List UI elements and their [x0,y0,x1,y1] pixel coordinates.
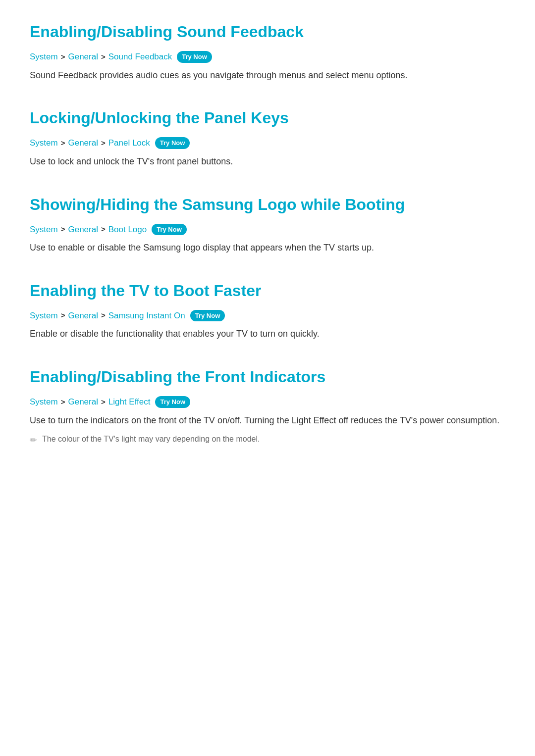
breadcrumb-separator: > [101,51,106,63]
breadcrumb-item-2[interactable]: Light Effect [108,396,151,408]
section-title-front-indicators: Enabling/Disabling the Front Indicators [30,365,505,389]
breadcrumb-item-2[interactable]: Boot Logo [108,223,147,236]
section-note-front-indicators: ✏The colour of the TV's light may vary d… [30,433,505,447]
breadcrumb-separator: > [61,224,65,235]
breadcrumb-item-2[interactable]: Samsung Instant On [108,309,185,322]
breadcrumb-separator: > [61,138,65,149]
breadcrumb-item-2[interactable]: Sound Feedback [108,50,172,63]
breadcrumb-item-1[interactable]: General [68,309,98,322]
section-body-panel-lock: Use to lock and unlock the TV's front pa… [30,154,505,169]
section-title-boot-faster: Enabling the TV to Boot Faster [30,279,505,302]
section-body-boot-logo: Use to enable or disable the Samsung log… [30,241,505,255]
section-title-boot-logo: Showing/Hiding the Samsung Logo while Bo… [30,193,505,216]
breadcrumb-separator: > [101,224,106,235]
page-content: Enabling/Disabling Sound FeedbackSystem … [30,20,505,447]
section-front-indicators: Enabling/Disabling the Front IndicatorsS… [30,365,505,447]
section-body-front-indicators: Use to turn the indicators on the front … [30,413,505,428]
breadcrumb-item-0[interactable]: System [30,396,58,408]
breadcrumb-front-indicators: System > General > Light EffectTry Now [30,396,505,408]
breadcrumb-separator: > [101,138,106,149]
breadcrumb-panel-lock: System > General > Panel LockTry Now [30,137,505,150]
breadcrumb-item-1[interactable]: General [68,50,98,63]
breadcrumb-item-1[interactable]: General [68,396,98,408]
breadcrumb-item-0[interactable]: System [30,309,58,322]
section-panel-lock: Locking/Unlocking the Panel KeysSystem >… [30,106,505,168]
breadcrumb-item-2[interactable]: Panel Lock [108,137,150,150]
breadcrumb-item-0[interactable]: System [30,50,58,63]
section-title-sound-feedback: Enabling/Disabling Sound Feedback [30,20,505,44]
try-now-badge-boot-faster[interactable]: Try Now [190,310,225,322]
breadcrumb-separator: > [61,310,65,321]
try-now-badge-sound-feedback[interactable]: Try Now [177,51,212,63]
section-boot-faster: Enabling the TV to Boot FasterSystem > G… [30,279,505,341]
section-sound-feedback: Enabling/Disabling Sound FeedbackSystem … [30,20,505,82]
breadcrumb-separator: > [101,397,106,408]
note-text: The colour of the TV's light may vary de… [42,433,260,445]
breadcrumb-boot-logo: System > General > Boot LogoTry Now [30,223,505,236]
breadcrumb-item-1[interactable]: General [68,137,98,150]
breadcrumb-item-0[interactable]: System [30,137,58,150]
breadcrumb-separator: > [61,397,65,408]
breadcrumb-sound-feedback: System > General > Sound FeedbackTry Now [30,50,505,63]
section-boot-logo: Showing/Hiding the Samsung Logo while Bo… [30,193,505,255]
section-title-panel-lock: Locking/Unlocking the Panel Keys [30,106,505,130]
try-now-badge-boot-logo[interactable]: Try Now [152,224,187,236]
breadcrumb-separator: > [101,310,106,321]
breadcrumb-separator: > [61,51,65,63]
section-body-sound-feedback: Sound Feedback provides audio cues as yo… [30,68,505,83]
breadcrumb-item-0[interactable]: System [30,223,58,236]
section-body-boot-faster: Enable or disable the functionality that… [30,327,505,341]
try-now-badge-panel-lock[interactable]: Try Now [155,137,190,149]
breadcrumb-item-1[interactable]: General [68,223,98,236]
pencil-icon: ✏ [30,434,37,447]
try-now-badge-front-indicators[interactable]: Try Now [155,396,190,408]
breadcrumb-boot-faster: System > General > Samsung Instant OnTry… [30,309,505,322]
